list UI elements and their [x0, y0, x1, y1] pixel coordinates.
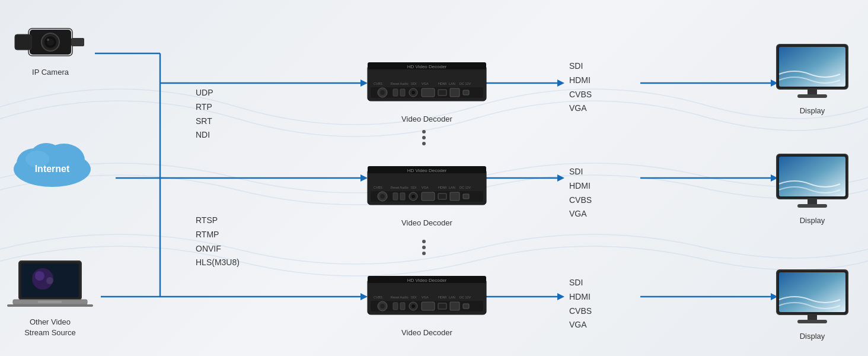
svg-rect-120 — [797, 204, 827, 208]
display-mid: Display — [774, 151, 851, 225]
svg-marker-15 — [557, 293, 564, 300]
signal-hdmi-mid: HDMI — [569, 179, 592, 193]
diagram-container: .wave { fill: none; stroke: #c5d5e8; str… — [0, 0, 868, 356]
svg-point-77 — [411, 195, 415, 198]
svg-text:VGA: VGA — [422, 186, 429, 189]
svg-rect-79 — [438, 193, 446, 199]
other-source-label: Other Video Stream Source — [7, 317, 93, 338]
decoder-mid: HD Video Decoder CVBS Reset Audio SDI VG… — [365, 160, 489, 227]
svg-text:LAN: LAN — [449, 295, 455, 299]
svg-text:SDI: SDI — [411, 82, 417, 85]
output-signals-bot: SDI HDMI CVBS VGA — [569, 276, 592, 332]
svg-rect-81 — [463, 194, 469, 199]
svg-point-95 — [380, 304, 385, 309]
svg-text:DC 12V: DC 12V — [459, 82, 471, 85]
protocol-rtp: RTP — [196, 100, 213, 115]
protocol-onvif: ONVIF — [196, 242, 240, 256]
svg-rect-29 — [71, 38, 84, 46]
svg-rect-101 — [438, 303, 446, 309]
decoder-mid-label: Video Decoder — [365, 218, 489, 227]
svg-rect-74 — [393, 193, 398, 200]
cloud-icon: Internet — [5, 136, 100, 190]
svg-point-51 — [380, 90, 385, 95]
svg-rect-100 — [422, 302, 435, 310]
svg-rect-58 — [450, 88, 459, 97]
svg-text:SDI: SDI — [411, 186, 417, 189]
svg-text:SDI: SDI — [411, 295, 417, 299]
decoder-mid-icon: HD Video Decoder CVBS Reset Audio SDI VG… — [365, 160, 489, 214]
decoder-bot: HD Video Decoder CVBS Reset Audio SDI VG… — [365, 270, 489, 337]
svg-rect-59 — [463, 90, 469, 95]
signal-cvbs-bot: CVBS — [569, 304, 592, 319]
svg-marker-13 — [557, 174, 564, 182]
svg-rect-52 — [393, 89, 398, 96]
signal-cvbs-top: CVBS — [569, 88, 592, 102]
svg-rect-44 — [38, 301, 62, 303]
signal-sdi-mid: SDI — [569, 165, 592, 179]
svg-rect-114 — [808, 89, 817, 95]
svg-rect-78 — [422, 192, 435, 201]
output-signals-top: SDI HDMI CVBS VGA — [569, 59, 592, 116]
svg-rect-124 — [808, 314, 817, 320]
svg-rect-102 — [450, 302, 459, 310]
protocol-hls: HLS(M3U8) — [196, 256, 240, 270]
svg-text:Reset Audio: Reset Audio — [391, 186, 409, 189]
display-bot-icon — [774, 267, 851, 326]
decoder-top: HD Video Decoder CVBS Reset Audio S — [365, 56, 489, 123]
svg-point-27 — [47, 39, 49, 41]
svg-rect-96 — [393, 303, 398, 310]
svg-text:DC 12V: DC 12V — [459, 186, 471, 189]
ip-camera-label: IP Camera — [12, 68, 89, 77]
svg-text:CVBS: CVBS — [374, 82, 382, 85]
protocol-ndi: NDI — [196, 128, 213, 142]
protocol-group-1: UDP RTP SRT NDI — [196, 86, 213, 142]
display-mid-icon — [774, 151, 851, 211]
protocol-rtsp: RTSP — [196, 214, 240, 228]
signal-vga-bot: VGA — [569, 318, 592, 332]
display-bot: Display — [774, 267, 851, 341]
decoder-bot-label: Video Decoder — [365, 328, 489, 337]
signal-hdmi-bot: HDMI — [569, 290, 592, 304]
display-top-label: Display — [774, 106, 851, 115]
dots-top-mid — [422, 128, 426, 148]
internet-cloud: Internet — [5, 136, 100, 192]
ip-camera-device: IP Camera — [12, 18, 89, 77]
svg-text:Reset Audio: Reset Audio — [391, 295, 409, 299]
protocol-udp: UDP — [196, 86, 213, 100]
svg-text:HD Video Decoder: HD Video Decoder — [407, 278, 447, 283]
svg-rect-119 — [808, 199, 817, 205]
svg-text:VGA: VGA — [422, 295, 429, 299]
svg-text:LAN: LAN — [449, 82, 455, 85]
decoder-top-label: Video Decoder — [365, 115, 489, 123]
svg-text:CVBS: CVBS — [374, 186, 382, 189]
signal-vga-mid: VGA — [569, 207, 592, 221]
decoder-top-icon: HD Video Decoder CVBS Reset Audio S — [365, 56, 489, 110]
svg-rect-53 — [400, 89, 405, 96]
decoder-bot-icon: HD Video Decoder CVBS Reset Audio SDI VG… — [365, 270, 489, 323]
svg-rect-97 — [400, 303, 405, 310]
laptop-icon — [7, 258, 93, 312]
svg-text:HD Video Decoder: HD Video Decoder — [407, 168, 447, 173]
svg-rect-103 — [463, 304, 469, 309]
svg-rect-56 — [422, 88, 435, 97]
laptop-device: Other Video Stream Source — [7, 258, 93, 338]
svg-marker-11 — [557, 80, 564, 87]
svg-text:HD Video Decoder: HD Video Decoder — [407, 64, 447, 69]
output-signals-mid: SDI HDMI CVBS VGA — [569, 165, 592, 221]
svg-rect-43 — [7, 304, 93, 307]
camera-icon — [12, 18, 89, 62]
dots-mid-bot — [422, 237, 426, 258]
display-bot-label: Display — [774, 332, 851, 341]
protocol-srt: SRT — [196, 115, 213, 129]
svg-text:HDMI: HDMI — [438, 82, 447, 85]
svg-text:Reset Audio: Reset Audio — [391, 82, 409, 85]
svg-rect-57 — [438, 90, 446, 96]
display-mid-label: Display — [774, 216, 851, 225]
svg-rect-125 — [797, 320, 827, 323]
signal-cvbs-mid: CVBS — [569, 193, 592, 208]
display-top-icon — [774, 42, 851, 101]
svg-rect-80 — [450, 192, 459, 201]
signal-hdmi-top: HDMI — [569, 74, 592, 88]
svg-text:LAN: LAN — [449, 186, 455, 189]
svg-point-41 — [46, 277, 53, 284]
